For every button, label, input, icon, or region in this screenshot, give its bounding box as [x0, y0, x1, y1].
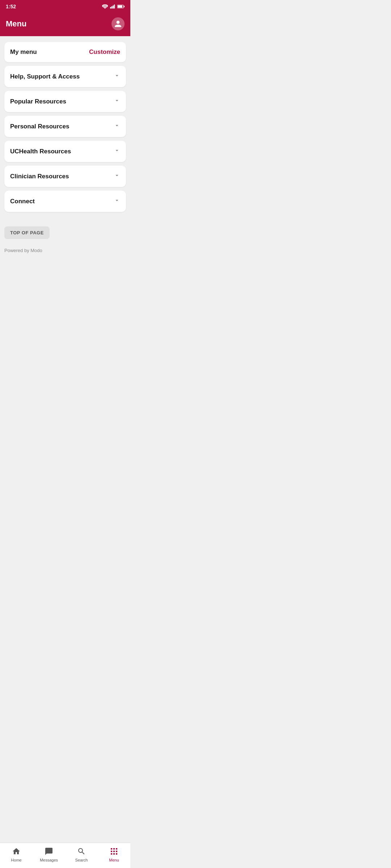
menu-item-my-menu[interactable]: My menu Customize [4, 42, 126, 62]
uchealth-resources-label: UCHealth Resources [10, 148, 71, 155]
nav-item-home[interactable]: Home [0, 844, 33, 864]
personal-resources-label: Personal Resources [10, 123, 69, 130]
messages-icon [44, 846, 54, 856]
page-title: Menu [6, 19, 26, 29]
nav-item-menu[interactable]: Menu [98, 844, 130, 864]
search-icon [76, 846, 87, 856]
nav-item-messages[interactable]: Messages [33, 844, 65, 864]
my-menu-right: Customize [89, 48, 120, 56]
connect-right [114, 197, 120, 205]
svg-rect-3 [114, 4, 115, 8]
search-nav-label: Search [75, 858, 88, 862]
menu-item-clinician-resources[interactable]: Clinician Resources [4, 166, 126, 187]
menu-nav-label: Menu [109, 858, 119, 862]
svg-rect-5 [118, 5, 122, 8]
uchealth-resources-right [114, 147, 120, 156]
status-time: 1:52 [6, 4, 16, 9]
wifi-icon [102, 4, 108, 9]
powered-by: Powered by Modo [0, 242, 130, 282]
chevron-down-icon [114, 72, 120, 81]
signal-icon [110, 4, 115, 9]
chevron-down-icon [114, 197, 120, 205]
customize-label[interactable]: Customize [89, 48, 120, 56]
popular-resources-right [114, 97, 120, 106]
connect-label: Connect [10, 198, 35, 205]
help-support-right [114, 72, 120, 81]
personal-resources-right [114, 122, 120, 131]
top-of-page-button[interactable]: TOP OF PAGE [4, 226, 50, 239]
svg-rect-1 [112, 6, 113, 8]
profile-avatar-button[interactable] [112, 17, 125, 30]
top-of-page-section: TOP OF PAGE [0, 218, 130, 242]
status-icons [102, 4, 125, 9]
menu-item-uchealth-resources[interactable]: UCHealth Resources [4, 141, 126, 162]
person-icon [114, 20, 122, 28]
svg-rect-6 [124, 6, 125, 7]
app-header: Menu [0, 13, 130, 36]
menu-content: My menu Customize Help, Support & Access… [0, 36, 130, 218]
battery-icon [117, 4, 125, 9]
bottom-navigation: Home Messages Search Menu [0, 843, 130, 868]
status-bar: 1:52 [0, 0, 130, 13]
popular-resources-label: Popular Resources [10, 98, 66, 105]
clinician-resources-label: Clinician Resources [10, 173, 69, 180]
clinician-resources-right [114, 172, 120, 180]
menu-item-personal-resources[interactable]: Personal Resources [4, 116, 126, 137]
menu-item-connect[interactable]: Connect [4, 191, 126, 212]
menu-item-popular-resources[interactable]: Popular Resources [4, 91, 126, 112]
menu-icon [109, 846, 119, 856]
chevron-down-icon [114, 172, 120, 180]
svg-rect-2 [113, 5, 114, 8]
nav-item-search[interactable]: Search [65, 844, 98, 864]
chevron-down-icon [114, 122, 120, 131]
help-support-label: Help, Support & Access [10, 73, 80, 80]
svg-rect-0 [110, 7, 111, 8]
home-icon [11, 846, 21, 856]
chevron-down-icon [114, 97, 120, 106]
my-menu-label: My menu [10, 48, 37, 56]
home-nav-label: Home [11, 858, 21, 862]
menu-item-help-support[interactable]: Help, Support & Access [4, 66, 126, 87]
messages-nav-label: Messages [40, 858, 58, 862]
chevron-down-icon [114, 147, 120, 156]
